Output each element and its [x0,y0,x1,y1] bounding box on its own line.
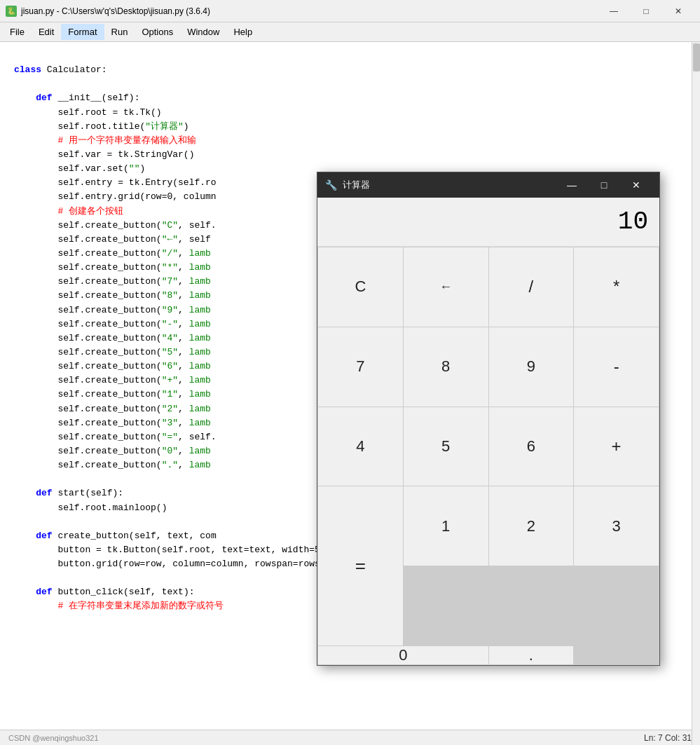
editor-area[interactable]: class Calculator: def __init__(self): se… [0,42,700,745]
maximize-button[interactable]: □ [630,0,662,22]
calc-btn-4[interactable]: 4 [318,407,403,486]
calc-btn-add[interactable]: + [574,407,659,486]
calc-btn-multiply[interactable]: * [574,247,659,327]
window-title: jisuan.py - C:\Users\w'q's\Desktop\jisua… [21,6,598,16]
calc-display: 10 [317,198,659,247]
calc-title-bar: 🔧 计算器 — □ ✕ [317,172,659,198]
calc-btn-clear[interactable]: C [318,247,403,327]
app-icon: 🐍 [6,6,17,17]
calc-btn-3[interactable]: 3 [574,486,659,566]
calc-btn-dot[interactable]: . [489,646,574,664]
calc-btn-5[interactable]: 5 [404,407,488,486]
calc-title-text: 计算器 [343,179,556,191]
scrollbar-right[interactable] [692,42,700,745]
menu-help[interactable]: Help [226,24,259,40]
calc-btn-divide[interactable]: / [489,247,574,327]
calc-window-controls: — □ ✕ [556,172,652,198]
calculator-window: 🔧 计算器 — □ ✕ 10 C ← / * 7 8 9 - 4 5 6 [317,172,660,666]
calc-btn-backspace[interactable]: ← [404,247,488,327]
window-controls: — □ ✕ [598,0,694,22]
menu-run[interactable]: Run [104,24,135,40]
calc-btn-6[interactable]: 6 [489,407,574,486]
calc-btn-9[interactable]: 9 [489,327,574,406]
menu-format[interactable]: Format [61,24,104,40]
close-button[interactable]: ✕ [662,0,694,22]
calc-btn-8[interactable]: 8 [404,327,488,406]
calc-display-value: 10 [618,207,648,236]
calc-btn-0[interactable]: 0 [318,646,488,664]
calc-minimize-button[interactable]: — [556,172,588,198]
calc-btn-2[interactable]: 2 [489,486,574,566]
calc-btn-equals[interactable]: = [318,486,403,645]
menu-options[interactable]: Options [135,24,180,40]
minimize-button[interactable]: — [598,0,630,22]
menu-window[interactable]: Window [180,24,226,40]
status-bar: CSDN @wenqingshuo321 Ln: 7 Col: 31 [0,730,700,745]
calc-btn-7[interactable]: 7 [318,327,403,406]
scrollbar-thumb[interactable] [693,43,700,71]
title-bar: 🐍 jisuan.py - C:\Users\w'q's\Desktop\jis… [0,0,700,22]
calc-btn-subtract[interactable]: - [574,327,659,406]
calc-maximize-button[interactable]: □ [588,172,620,198]
cursor-position: Ln: 7 Col: 31 [644,733,692,743]
menu-file[interactable]: File [3,24,32,40]
calc-close-button[interactable]: ✕ [620,172,652,198]
watermark: CSDN @wenqingshuo321 [8,734,99,742]
calc-app-icon: 🔧 [324,179,337,191]
calc-btn-1[interactable]: 1 [404,486,488,566]
menu-edit[interactable]: Edit [32,24,61,40]
calc-buttons-grid: C ← / * 7 8 9 - 4 5 6 + 1 2 3 = 0 . [317,247,659,665]
menu-bar: File Edit Format Run Options Window Help [0,22,700,42]
